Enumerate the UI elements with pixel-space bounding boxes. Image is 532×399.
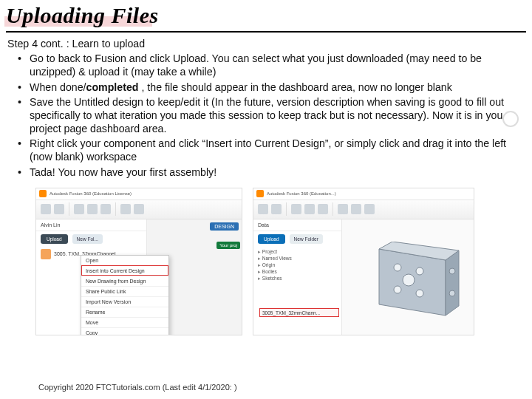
- tool-icon[interactable]: [120, 204, 131, 214]
- svg-marker-1: [446, 250, 459, 316]
- upload-button[interactable]: Upload: [258, 234, 285, 244]
- ctx-new-drawing[interactable]: New Drawing from Design: [81, 276, 168, 286]
- page-title: Uploading Files: [6, 3, 526, 28]
- svg-point-8: [449, 268, 455, 274]
- new-folder-button[interactable]: New Fol...: [72, 234, 103, 244]
- title-underline: [6, 31, 526, 33]
- tool-icon[interactable]: [364, 204, 375, 214]
- ctx-copy[interactable]: Copy: [81, 327, 168, 335]
- tool-icon[interactable]: [41, 204, 51, 214]
- panel-buttons: Upload New Folder: [253, 231, 341, 247]
- svg-point-4: [416, 267, 423, 275]
- panel-buttons: Upload New Fol...: [36, 231, 146, 247]
- window-titlebar: Autodesk Fusion 360 (Education...): [253, 188, 474, 200]
- toolbar: [253, 200, 474, 219]
- decorative-circle: [502, 111, 519, 127]
- svg-point-9: [449, 290, 455, 296]
- title-block: Uploading Files: [0, 0, 532, 28]
- tool-icon[interactable]: [271, 204, 282, 214]
- list-item: Go to back to Fusion and click Upload. Y…: [30, 52, 525, 78]
- screenshot-right: Autodesk Fusion 360 (Education...) Data …: [253, 188, 474, 335]
- bullet-list: Go to back to Fusion and click Upload. Y…: [7, 52, 525, 179]
- workspace-badge[interactable]: DESIGN: [210, 222, 239, 231]
- list-item: Right click your component and click “In…: [30, 137, 525, 163]
- project-badge: Your proj: [216, 242, 240, 249]
- tool-icon[interactable]: [54, 204, 64, 214]
- step-heading: Step 4 cont. : Learn to upload: [7, 37, 525, 50]
- ctx-rename[interactable]: Rename: [81, 307, 168, 317]
- svg-point-7: [403, 274, 415, 286]
- tool-icon[interactable]: [87, 204, 98, 214]
- tool-icon[interactable]: [304, 204, 315, 214]
- new-folder-button[interactable]: New Folder: [290, 234, 323, 244]
- selected-component[interactable]: 3005_TXM_32mmChann...: [259, 308, 339, 317]
- toolbar: [36, 200, 242, 219]
- separator: [69, 202, 69, 216]
- context-menu: Open Insert into Current Design New Draw…: [81, 255, 169, 335]
- tool-icon[interactable]: [291, 204, 301, 214]
- channel-part-icon: [364, 242, 460, 330]
- tool-icon[interactable]: [318, 204, 328, 214]
- tool-icon[interactable]: [74, 204, 84, 214]
- panel-title: Data: [253, 219, 341, 231]
- fusion-logo-icon: [256, 190, 264, 197]
- ctx-share-link[interactable]: Share Public Link: [81, 286, 168, 296]
- viewport-3d[interactable]: [342, 219, 474, 335]
- ctx-open[interactable]: Open: [81, 256, 168, 265]
- list-item: When done/completed , the file should ap…: [30, 81, 525, 94]
- data-panel: Data Upload New Folder Project Named Vie…: [253, 219, 342, 335]
- content-block: Step 4 cont. : Learn to upload Go to bac…: [0, 37, 532, 179]
- app-title: Autodesk Fusion 360 (Education License): [50, 191, 132, 196]
- tool-icon[interactable]: [134, 204, 144, 214]
- list-item: Tada! You now have your first assembly!: [30, 166, 525, 179]
- tree-node[interactable]: Sketches: [258, 275, 337, 282]
- tree-node[interactable]: Named Views: [258, 255, 337, 262]
- app-title: Autodesk Fusion 360 (Education...): [267, 191, 336, 196]
- tree-node[interactable]: Project: [258, 248, 337, 255]
- component-thumb-icon: [41, 249, 51, 259]
- list-item: Save the Untitled design to keep/edit it…: [30, 95, 525, 136]
- tool-icon[interactable]: [338, 204, 348, 214]
- tree-node[interactable]: Origin: [258, 262, 337, 268]
- window-titlebar: Autodesk Fusion 360 (Education License): [36, 188, 242, 200]
- screenshot-left: Autodesk Fusion 360 (Education License) …: [35, 188, 242, 335]
- panel-user: Alvin Lin: [36, 219, 146, 231]
- browser-tree: Project Named Views Origin Bodies Sketch…: [253, 247, 341, 283]
- fusion-logo-icon: [39, 190, 47, 197]
- tool-icon[interactable]: [258, 204, 268, 214]
- ctx-import-new-version[interactable]: Import New Version: [81, 296, 168, 307]
- separator: [332, 202, 333, 216]
- tool-icon[interactable]: [351, 204, 361, 214]
- tool-icon[interactable]: [100, 204, 111, 214]
- screenshots-row: Autodesk Fusion 360 (Education License) …: [0, 180, 532, 335]
- upload-button[interactable]: Upload: [41, 234, 68, 244]
- copyright: Copyright 2020 FTCTutorials.com (Last ed…: [38, 383, 237, 392]
- svg-point-5: [394, 286, 401, 293]
- svg-point-3: [394, 264, 401, 271]
- ctx-move[interactable]: Move: [81, 317, 168, 327]
- svg-point-6: [416, 290, 423, 297]
- separator: [286, 202, 287, 216]
- separator: [115, 202, 116, 216]
- ctx-insert-into-current-design[interactable]: Insert into Current Design: [81, 265, 168, 276]
- tree-node[interactable]: Bodies: [258, 268, 337, 275]
